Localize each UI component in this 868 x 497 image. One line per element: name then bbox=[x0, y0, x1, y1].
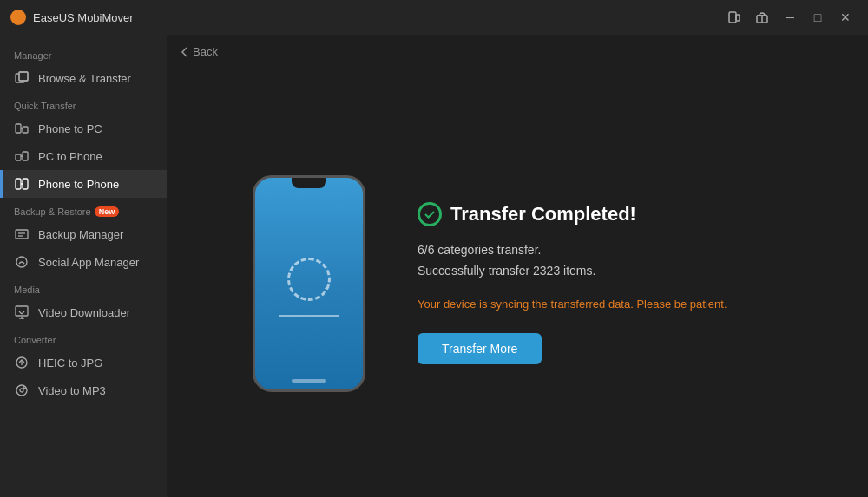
sync-notice: Your device is syncing the transferred d… bbox=[418, 296, 782, 313]
top-nav: Back bbox=[167, 35, 868, 69]
section-label-manager: Manager bbox=[0, 42, 167, 64]
video-mp3-icon bbox=[14, 383, 30, 398]
transfer-more-button[interactable]: Transfer More bbox=[418, 333, 542, 364]
video-mp3-label: Video to MP3 bbox=[38, 384, 106, 397]
phone-screen-content bbox=[279, 258, 339, 317]
main-layout: Manager Browse & Transfer Quick Transfer bbox=[0, 35, 868, 497]
sidebar-item-phone-to-pc[interactable]: Phone to PC bbox=[0, 114, 167, 142]
title-bar: EaseUS MobiMover ─ □ ✕ bbox=[0, 0, 868, 35]
close-button[interactable]: ✕ bbox=[833, 5, 858, 29]
sidebar: Manager Browse & Transfer Quick Transfer bbox=[0, 35, 167, 497]
section-label-converter: Converter bbox=[0, 326, 167, 349]
maximize-button[interactable]: □ bbox=[806, 5, 830, 29]
svg-rect-1 bbox=[736, 15, 740, 21]
phone-body bbox=[253, 175, 365, 392]
phone-to-phone-label: Phone to Phone bbox=[38, 178, 119, 191]
browse-transfer-icon bbox=[14, 70, 30, 86]
svg-line-25 bbox=[22, 311, 24, 314]
svg-rect-21 bbox=[16, 306, 28, 316]
section-label-backup: Backup & Restore New bbox=[0, 198, 167, 220]
content-area: Back bbox=[167, 35, 868, 497]
heic-jpg-icon bbox=[14, 355, 30, 370]
transfer-completed-title: Transfer Completed! bbox=[450, 203, 636, 226]
backup-manager-icon bbox=[14, 226, 30, 242]
stat-categories: 6/6 categories transfer. bbox=[418, 240, 782, 261]
svg-line-31 bbox=[23, 388, 26, 389]
phone-to-phone-icon bbox=[14, 176, 30, 192]
sidebar-item-video-downloader[interactable]: Video Downloader bbox=[0, 298, 167, 326]
sidebar-item-video-to-mp3[interactable]: Video to MP3 bbox=[0, 376, 167, 404]
svg-point-29 bbox=[20, 389, 23, 392]
browse-transfer-label: Browse & Transfer bbox=[38, 72, 131, 85]
section-label-media: Media bbox=[0, 276, 167, 298]
new-badge: New bbox=[95, 206, 120, 217]
svg-rect-14 bbox=[16, 179, 21, 189]
social-app-icon bbox=[14, 254, 30, 270]
svg-rect-8 bbox=[16, 124, 21, 133]
svg-point-28 bbox=[16, 385, 27, 396]
svg-rect-15 bbox=[23, 179, 28, 189]
svg-rect-0 bbox=[729, 12, 736, 23]
sidebar-item-browse-transfer[interactable]: Browse & Transfer bbox=[0, 64, 167, 92]
transfer-stats: 6/6 categories transfer. Successfully tr… bbox=[418, 240, 782, 282]
main-content: Transfer Completed! 6/6 categories trans… bbox=[167, 69, 868, 497]
result-panel: Transfer Completed! 6/6 categories trans… bbox=[418, 202, 782, 364]
back-button[interactable]: Back bbox=[181, 45, 218, 58]
title-bar-left: EaseUS MobiMover bbox=[10, 10, 134, 25]
app-title: EaseUS MobiMover bbox=[33, 11, 134, 24]
section-label-quick-transfer: Quick Transfer bbox=[0, 92, 167, 114]
app-icon bbox=[10, 10, 26, 25]
sidebar-item-phone-to-phone[interactable]: Phone to Phone bbox=[0, 170, 167, 198]
video-downloader-icon bbox=[14, 304, 30, 320]
phone-notch bbox=[292, 178, 326, 188]
svg-rect-9 bbox=[23, 127, 28, 133]
transfer-completed-row: Transfer Completed! bbox=[418, 202, 782, 226]
phone-loader-circle bbox=[287, 258, 331, 301]
phone-illustration bbox=[253, 175, 365, 392]
heic-jpg-label: HEIC to JPG bbox=[38, 356, 102, 369]
svg-rect-11 bbox=[23, 152, 28, 160]
pc-to-phone-label: PC to Phone bbox=[38, 150, 102, 163]
phone-to-pc-icon bbox=[14, 121, 30, 136]
sidebar-item-pc-to-phone[interactable]: PC to Phone bbox=[0, 142, 167, 170]
sidebar-item-heic-to-jpg[interactable]: HEIC to JPG bbox=[0, 349, 167, 376]
social-app-label: Social App Manager bbox=[38, 256, 139, 269]
back-label: Back bbox=[193, 45, 218, 58]
backup-manager-label: Backup Manager bbox=[38, 228, 123, 241]
svg-rect-12 bbox=[16, 154, 21, 160]
sidebar-item-social-app-manager[interactable]: Social App Manager bbox=[0, 248, 167, 276]
phone-home-indicator bbox=[292, 379, 326, 383]
svg-rect-6 bbox=[19, 72, 28, 81]
phone-to-pc-label: Phone to PC bbox=[38, 122, 102, 135]
svg-rect-17 bbox=[16, 230, 28, 239]
sidebar-item-backup-manager[interactable]: Backup Manager bbox=[0, 220, 167, 248]
gift-icon-button[interactable] bbox=[750, 5, 774, 29]
title-bar-controls: ─ □ ✕ bbox=[722, 5, 858, 29]
device-icon-button[interactable] bbox=[722, 5, 746, 29]
video-downloader-label: Video Downloader bbox=[38, 306, 130, 319]
minimize-button[interactable]: ─ bbox=[778, 5, 802, 29]
phone-progress-bar bbox=[279, 315, 339, 317]
stat-items: Successfully transfer 2323 items. bbox=[418, 261, 782, 282]
pc-to-phone-icon bbox=[14, 148, 30, 164]
check-circle-icon bbox=[418, 202, 442, 226]
